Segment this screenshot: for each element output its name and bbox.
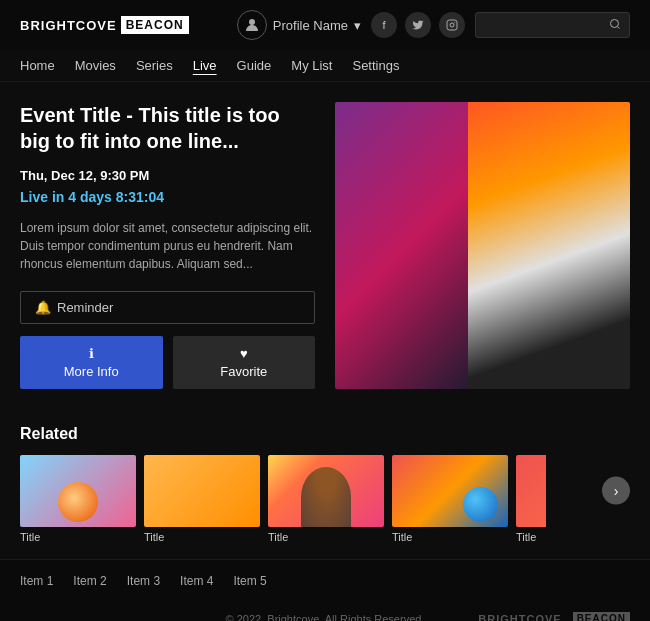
info-icon: ℹ (89, 346, 94, 361)
footer-copyright: © 2022, Brightcove. All Rights Reserved. (223, 613, 426, 622)
footer-nav-item-5[interactable]: Item 5 (233, 574, 266, 588)
footer-nav-item-4[interactable]: Item 4 (180, 574, 213, 588)
profile-chevron-icon: ▾ (354, 18, 361, 33)
more-info-button[interactable]: ℹ More Info (20, 336, 163, 389)
thumb-5 (516, 455, 546, 527)
profile-section[interactable]: Profile Name ▾ (237, 10, 361, 40)
thumb-1 (20, 455, 136, 527)
carousel-next-button[interactable]: › (602, 477, 630, 505)
nav-live[interactable]: Live (193, 58, 217, 73)
svg-point-0 (249, 19, 255, 25)
twitter-icon[interactable] (405, 12, 431, 38)
header-right: Profile Name ▾ f (237, 10, 630, 40)
nav-settings[interactable]: Settings (352, 58, 399, 73)
thumb-2 (144, 455, 260, 527)
search-icon (609, 17, 621, 33)
thumb-label-4: Title (392, 531, 508, 543)
search-input[interactable] (484, 18, 604, 32)
reminder-button[interactable]: 🔔 Reminder (20, 291, 315, 324)
event-description: Lorem ipsum dolor sit amet, consectetur … (20, 219, 315, 273)
reminder-label: Reminder (57, 300, 113, 315)
person-shape (301, 467, 351, 527)
nav-home[interactable]: Home (20, 58, 55, 73)
main-content: Event Title - This title is too big to f… (0, 82, 650, 409)
footer-logo-beacon: BEACON (573, 612, 630, 621)
svg-point-4 (611, 20, 619, 28)
related-carousel: Title Title Title Title Title › (20, 455, 630, 543)
thumb-label-5: Title (516, 531, 546, 543)
list-item[interactable]: Title (20, 455, 136, 543)
event-details: Event Title - This title is too big to f… (20, 102, 315, 389)
footer: © 2022, Brightcove. All Rights Reserved.… (0, 602, 650, 621)
nav-mylist[interactable]: My List (291, 58, 332, 73)
svg-point-2 (450, 23, 454, 27)
thumb-4 (392, 455, 508, 527)
related-title: Related (20, 425, 630, 443)
svg-rect-1 (447, 20, 457, 30)
event-title: Event Title - This title is too big to f… (20, 102, 315, 154)
logo-beacon-text: BEACON (121, 16, 189, 34)
instagram-icon[interactable] (439, 12, 465, 38)
hero-image (335, 102, 630, 389)
related-section: Related Title Title Title Title (0, 409, 650, 559)
logo-brightcove-text: BRIGHTCOVE (20, 18, 117, 33)
list-item[interactable]: Title (392, 455, 508, 543)
thumb-label-3: Title (268, 531, 384, 543)
nav-movies[interactable]: Movies (75, 58, 116, 73)
event-date: Thu, Dec 12, 9:30 PM (20, 168, 315, 183)
favorite-button[interactable]: ♥ Favorite (173, 336, 316, 389)
nav-guide[interactable]: Guide (237, 58, 272, 73)
header: BRIGHTCOVE BEACON Profile Name ▾ f (0, 0, 650, 50)
footer-nav-item-2[interactable]: Item 2 (73, 574, 106, 588)
thumb-label-2: Title (144, 531, 260, 543)
more-info-label: More Info (64, 364, 119, 379)
action-buttons: ℹ More Info ♥ Favorite (20, 336, 315, 389)
search-bar[interactable] (475, 12, 630, 38)
profile-avatar (237, 10, 267, 40)
favorite-label: Favorite (220, 364, 267, 379)
thumb-orange-shape (58, 482, 98, 522)
footer-nav-item-1[interactable]: Item 1 (20, 574, 53, 588)
social-icons: f (371, 12, 465, 38)
list-item[interactable]: Title (268, 455, 384, 543)
profile-name: Profile Name (273, 18, 348, 33)
nav-series[interactable]: Series (136, 58, 173, 73)
footer-logo: BRIGHTCOVE BEACON (427, 612, 630, 621)
heart-icon: ♥ (240, 346, 248, 361)
footer-nav: Item 1 Item 2 Item 3 Item 4 Item 5 (0, 559, 650, 602)
live-countdown: Live in 4 days 8:31:04 (20, 189, 315, 205)
bell-icon: 🔔 (35, 300, 51, 315)
hero-gradient-left (335, 102, 483, 389)
hero-gradient-right (468, 102, 630, 389)
facebook-icon[interactable]: f (371, 12, 397, 38)
list-item[interactable]: Title (516, 455, 546, 543)
globe-shape (463, 487, 498, 522)
main-nav: Home Movies Series Live Guide My List Se… (0, 50, 650, 82)
thumb-3 (268, 455, 384, 527)
logo: BRIGHTCOVE BEACON (20, 16, 189, 34)
svg-point-3 (454, 22, 455, 23)
footer-logo-brightcove: BRIGHTCOVE (478, 613, 561, 622)
thumb-label-1: Title (20, 531, 136, 543)
list-item[interactable]: Title (144, 455, 260, 543)
footer-nav-item-3[interactable]: Item 3 (127, 574, 160, 588)
